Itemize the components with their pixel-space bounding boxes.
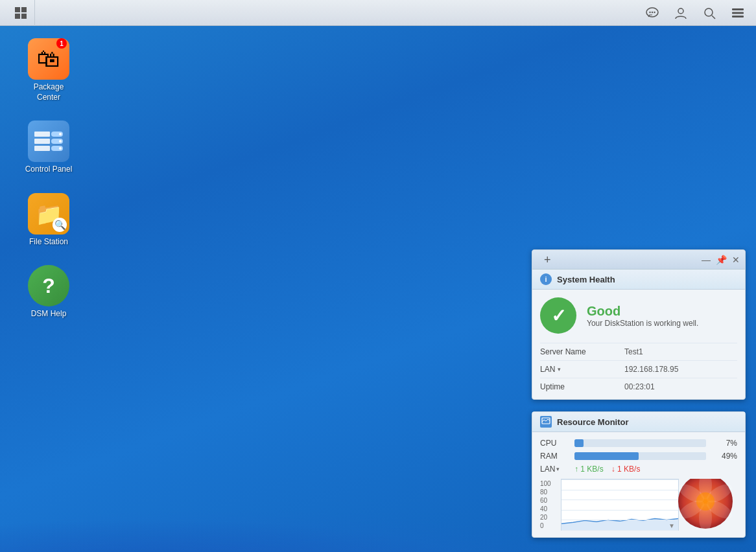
add-widget-button[interactable]: + xyxy=(544,254,551,266)
control-panel-rows xyxy=(30,128,67,155)
lan-up-value: ↑ 1 KB/s xyxy=(574,465,604,474)
lan-row: LAN ▾ ↑ 1 KB/s ↓ 1 KB/s xyxy=(540,465,737,474)
lan-label-resource[interactable]: LAN ▾ xyxy=(540,465,569,474)
synology-logo xyxy=(676,479,735,531)
ram-bar-fill xyxy=(574,452,639,460)
health-status-row: Good Your DiskStation is working well. xyxy=(540,297,737,334)
info-icon: i xyxy=(540,273,552,285)
user-button[interactable] xyxy=(669,1,692,25)
ctrl-row-1 xyxy=(34,132,63,137)
taskbar xyxy=(0,0,756,26)
svg-point-2 xyxy=(652,11,653,12)
ctrl-row-2 xyxy=(34,139,63,144)
file-station-icon-img: 🔍 xyxy=(28,193,69,235)
graph-label-0: 0 xyxy=(540,522,560,529)
ram-row: RAM 49% xyxy=(540,452,737,461)
resource-monitor-header: Resource Monitor xyxy=(532,412,745,432)
cpu-bar-bg xyxy=(574,439,706,447)
svg-point-4 xyxy=(678,8,683,14)
svg-point-23 xyxy=(696,492,715,511)
minimize-button[interactable]: — xyxy=(702,255,711,265)
graph-label-40: 40 xyxy=(540,505,560,512)
search-button[interactable] xyxy=(698,1,721,25)
cpu-label: CPU xyxy=(540,439,569,448)
graph-label-100: 100 xyxy=(540,480,560,487)
cpu-row: CPU 7% xyxy=(540,439,737,448)
svg-rect-8 xyxy=(732,12,744,14)
ram-label: RAM xyxy=(540,452,569,461)
dsm-help-icon-graphic xyxy=(28,265,69,306)
svg-point-1 xyxy=(649,11,650,12)
ram-bar-bg xyxy=(574,452,706,460)
svg-rect-9 xyxy=(732,16,744,17)
grid-line-top xyxy=(561,479,678,480)
graph-label-20: 20 xyxy=(540,514,560,521)
titlebar-right: — 📌 ✕ xyxy=(702,255,740,265)
lan-dropdown-arrow: ▾ xyxy=(558,366,561,373)
health-check-icon xyxy=(540,297,576,334)
desktop-icons-container: 1 Package Center xyxy=(19,36,78,322)
health-row-uptime: Uptime 00:23:01 xyxy=(540,378,737,391)
graph-label-80: 80 xyxy=(540,489,560,496)
svg-line-13 xyxy=(546,419,548,421)
monitor-icon xyxy=(540,416,552,428)
health-row-lan: LAN ▾ 192.168.178.95 xyxy=(540,360,737,374)
lan-label[interactable]: LAN ▾ xyxy=(540,365,624,374)
control-panel-icon-img xyxy=(28,121,69,162)
system-health-body: Good Your DiskStation is working well. S… xyxy=(532,290,745,399)
svg-line-6 xyxy=(712,16,715,19)
cpu-bar-fill xyxy=(574,439,584,447)
health-status-text: Good xyxy=(587,304,698,319)
graph-y-labels: 100 80 60 40 20 0 xyxy=(540,479,560,531)
control-panel-icon[interactable]: Control Panel xyxy=(19,118,78,178)
svg-line-12 xyxy=(544,420,546,421)
lan-resource-dropdown: ▾ xyxy=(556,466,560,472)
taskbar-left xyxy=(0,0,35,26)
health-row-servername: Server Name Test1 xyxy=(540,343,737,356)
svg-point-5 xyxy=(705,8,713,16)
system-health-widget: + — 📌 ✕ i System Health Good Your DiskSt… xyxy=(532,249,746,400)
dsm-help-icon-img xyxy=(28,265,69,306)
dsm-help-icon[interactable]: DSM Help xyxy=(19,262,78,322)
file-station-icon-graphic: 🔍 xyxy=(28,193,69,235)
close-widget-button[interactable]: ✕ xyxy=(732,255,740,265)
control-panel-icon-graphic xyxy=(28,121,69,162)
graph-area xyxy=(561,479,679,531)
svg-rect-7 xyxy=(732,8,744,10)
health-status-desc: Your DiskStation is working well. xyxy=(587,319,698,328)
package-center-icon-img: 1 xyxy=(28,38,69,80)
system-health-titlebar: + — 📌 ✕ xyxy=(532,250,745,270)
uptime-label: Uptime xyxy=(540,382,624,391)
lan-values: ↑ 1 KB/s ↓ 1 KB/s xyxy=(574,465,640,474)
resource-body: CPU 7% RAM 49% LAN ▾ ↑ 1 KB/s xyxy=(532,432,745,537)
titlebar-left: + xyxy=(537,254,551,266)
package-center-label: Package Center xyxy=(22,82,75,102)
package-center-badge: 1 xyxy=(56,38,67,49)
file-search-glass: 🔍 xyxy=(53,218,67,232)
control-panel-label: Control Panel xyxy=(25,165,73,175)
graph-label-60: 60 xyxy=(540,497,560,504)
system-health-title: System Health xyxy=(557,275,615,284)
grid-line-20 xyxy=(561,490,678,490)
graph-svg xyxy=(561,479,678,530)
spinner-svg xyxy=(676,479,735,531)
chat-button[interactable] xyxy=(641,1,664,25)
health-info: Good Your DiskStation is working well. xyxy=(587,304,698,328)
main-menu-button[interactable] xyxy=(6,0,35,26)
pin-button[interactable]: 📌 xyxy=(716,255,727,265)
grid-line-40 xyxy=(561,500,678,500)
panel-button[interactable] xyxy=(726,1,750,25)
uptime-value: 00:23:01 xyxy=(624,382,655,391)
file-station-label: File Station xyxy=(29,237,68,247)
ram-value: 49% xyxy=(711,452,737,461)
system-health-section-header: i System Health xyxy=(532,270,745,290)
server-name-label: Server Name xyxy=(540,347,624,356)
package-center-icon[interactable]: 1 Package Center xyxy=(19,36,78,105)
scroll-down-button[interactable]: ▼ xyxy=(668,522,675,529)
lan-value: 192.168.178.95 xyxy=(624,365,678,374)
file-station-icon[interactable]: 🔍 File Station xyxy=(19,190,78,250)
resource-monitor-title: Resource Monitor xyxy=(557,417,629,427)
taskbar-right xyxy=(641,1,756,25)
resource-monitor-widget: Resource Monitor CPU 7% RAM 49% LAN ▾ xyxy=(532,411,746,538)
ctrl-row-3 xyxy=(34,146,63,151)
